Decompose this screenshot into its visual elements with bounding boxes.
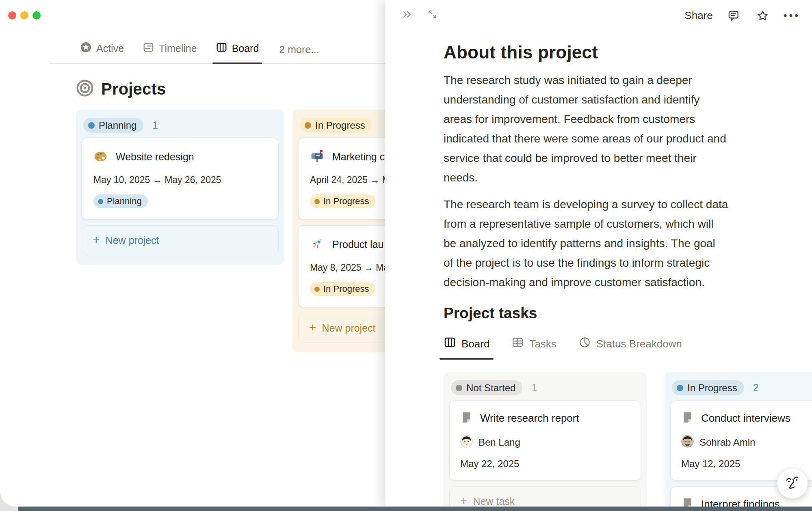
star-circle-icon (80, 41, 92, 56)
column-count: 2 (753, 382, 759, 394)
tab-label: Board (232, 43, 259, 54)
column-count: 1 (531, 382, 537, 394)
side-peek-panel: Share ••• About this project The researc… (385, 0, 812, 507)
tasks-column-not-started: Not Started 1 Write research report Ben … (444, 372, 647, 507)
new-task-label: New task (473, 496, 515, 507)
plus-icon: + (93, 234, 100, 246)
tasks-tab-tasks[interactable]: Tasks (511, 336, 556, 359)
plus-icon: + (460, 495, 468, 507)
page-title: Projects (101, 80, 166, 98)
card-title: Marketing c (332, 151, 385, 163)
column-header: Planning 1 (81, 114, 279, 138)
rocket-icon (310, 237, 324, 252)
tab-label: Timeline (159, 43, 197, 54)
card-status-tag: In Progress (310, 194, 375, 208)
card-title: Conduct interviews (701, 412, 790, 425)
board-icon (444, 336, 456, 351)
tab-active[interactable]: Active (80, 41, 124, 63)
status-pill-in-progress[interactable]: In Progress (300, 118, 372, 133)
status-dot (305, 122, 311, 129)
status-pill-in-progress[interactable]: In Progress (672, 380, 744, 395)
table-icon (511, 336, 524, 351)
status-dot (98, 199, 103, 204)
tab-label: Active (96, 43, 124, 54)
comments-icon[interactable] (725, 7, 742, 24)
status-dot (456, 385, 462, 391)
panel-toolbar: Share ••• (385, 0, 812, 31)
fullscreen-button[interactable] (32, 11, 41, 19)
page-icon (681, 411, 694, 425)
collapse-panel-icon[interactable] (398, 6, 416, 23)
status-pill-not-started[interactable]: Not Started (451, 380, 522, 395)
card-title: Interpret findings (701, 498, 780, 507)
status-label: In Progress (315, 120, 365, 131)
column-count: 1 (152, 119, 158, 131)
plus-icon: + (309, 321, 316, 334)
status-dot (88, 122, 95, 129)
task-card-write-research-report[interactable]: Write research report Ben Lang May 22, 2… (449, 400, 641, 481)
about-paragraph-1: The research study was initiated to gain… (444, 71, 809, 188)
favorite-star-icon[interactable] (754, 7, 771, 24)
tasks-tab-board[interactable]: Board (444, 336, 489, 359)
expand-page-icon[interactable] (424, 6, 441, 23)
card-status-tag: In Progress (310, 282, 375, 296)
pie-chart-icon (578, 336, 591, 351)
status-label: Not Started (466, 382, 515, 394)
tasks-board: Not Started 1 Write research report Ben … (444, 372, 812, 507)
tab-label: Board (461, 338, 489, 350)
tag-label: Planning (107, 196, 142, 207)
board-icon (216, 41, 227, 56)
tab-label: Status Breakdown (596, 338, 682, 350)
about-paragraph-2: The research team is developing a survey… (444, 195, 809, 292)
timeline-icon (143, 41, 154, 56)
tab-board[interactable]: Board (216, 41, 259, 63)
notion-ai-button[interactable] (777, 468, 808, 499)
page-icon (681, 497, 694, 507)
status-label: In Progress (687, 382, 737, 394)
assignee-name: Ben Lang (479, 437, 520, 448)
more-options-icon[interactable]: ••• (784, 11, 800, 21)
status-dot (314, 287, 320, 292)
card-title: Product lau (332, 239, 383, 250)
project-tasks-heading: Project tasks (444, 304, 812, 322)
card-date-range: May 10, 2025 → May 26, 2025 (93, 175, 267, 185)
target-icon (76, 79, 94, 99)
page-header: Projects (76, 79, 166, 99)
board-column-planning: Planning 1 Website redesign May 10, 2025… (76, 110, 284, 265)
minimize-button[interactable] (20, 11, 28, 19)
column-header: Not Started 1 (448, 377, 642, 400)
new-project-label: New project (322, 322, 376, 334)
status-label: Planning (99, 120, 136, 131)
status-pill-planning[interactable]: Planning (83, 118, 143, 133)
about-heading: About this project (444, 41, 812, 63)
column-header: In Progress 2 (669, 377, 812, 400)
new-task-button[interactable]: + New task (449, 486, 641, 507)
card-title: Write research report (480, 412, 579, 425)
window-controls (8, 11, 41, 19)
tag-label: In Progress (323, 284, 369, 294)
project-card-website-redesign[interactable]: Website redesign May 10, 2025 → May 26, … (82, 138, 279, 220)
new-project-label: New project (106, 235, 159, 246)
palette-icon (93, 149, 108, 165)
tab-label: Tasks (529, 338, 556, 350)
panel-content: About this project The research study wa… (385, 31, 812, 507)
notion-window: Active Timeline Board 2 more... Projects… (0, 0, 812, 507)
tab-timeline[interactable]: Timeline (143, 41, 197, 63)
tasks-tab-status-breakdown[interactable]: Status Breakdown (578, 336, 682, 359)
tab-more-views[interactable]: 2 more... (277, 44, 319, 63)
mailbox-icon (310, 149, 324, 165)
avatar-sohrab-amin (681, 435, 694, 449)
avatar-ben-lang (460, 435, 473, 449)
card-status-tag: Planning (93, 194, 148, 208)
view-tabs-bar: Active Timeline Board 2 more... (50, 41, 385, 64)
page-icon (460, 411, 473, 425)
tasks-view-tabs: Board Tasks Status Breakdown (444, 336, 812, 359)
tab-label: 2 more... (279, 44, 319, 56)
status-dot (314, 199, 320, 204)
card-title: Website redesign (116, 151, 194, 163)
new-project-button[interactable]: + New project (82, 225, 279, 255)
close-button[interactable] (8, 11, 16, 19)
assignee-name: Sohrab Amin (699, 437, 755, 448)
status-dot (677, 385, 683, 391)
share-button[interactable]: Share (684, 9, 712, 22)
